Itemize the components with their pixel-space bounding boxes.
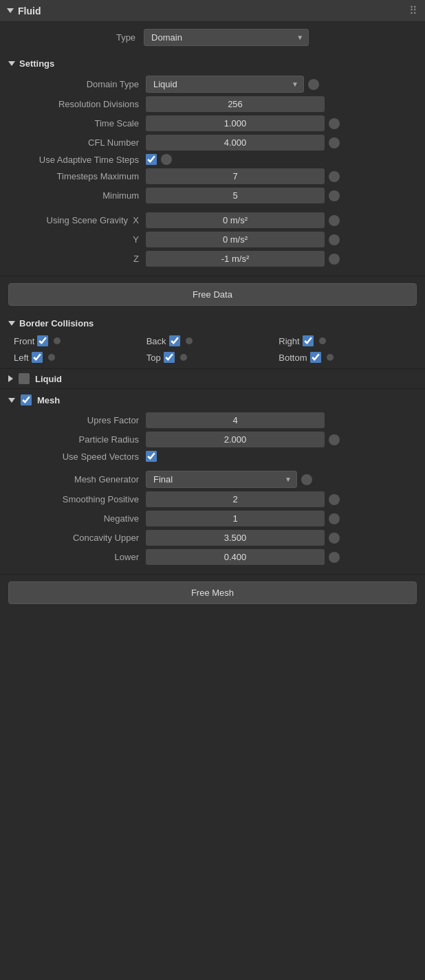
liquid-color-swatch [19, 373, 30, 384]
gravity-y-dot [329, 234, 340, 245]
bc-front-dot [54, 337, 61, 344]
fluid-panel: Fluid ⠿ Type Domain Effector Flow ▼ Sett… [0, 0, 425, 604]
resolution-divisions-label: Resolution Divisions [8, 99, 146, 109]
concavity-lower-row: Lower [8, 549, 417, 565]
type-select-wrapper: Domain Effector Flow ▼ [144, 29, 309, 46]
particle-radius-input[interactable] [146, 432, 325, 447]
gravity-y-label: Y [8, 234, 146, 245]
timesteps-min-input[interactable] [146, 188, 325, 203]
concavity-lower-input[interactable] [146, 549, 325, 565]
smoothing-negative-row: Negative [8, 511, 417, 526]
options-icon[interactable]: ⠿ [409, 4, 418, 17]
timesteps-min-label: Minimum [8, 190, 146, 201]
concavity-upper-dot [329, 533, 340, 544]
bc-back-dot [186, 337, 193, 344]
bc-top-item: Top [146, 352, 279, 363]
cfl-number-label: CFL Number [8, 137, 146, 148]
gravity-x-row: Using Scene Gravity X [8, 212, 417, 228]
settings-header: Settings [8, 58, 417, 69]
resolution-divisions-row: Resolution Divisions 256 [8, 96, 417, 112]
smoothing-positive-row: Smoothing Positive [8, 491, 417, 507]
border-collisions-section: Border Collisions Front Back Right [0, 313, 425, 369]
border-collisions-grid: Front Back Right Left [8, 335, 417, 363]
cfl-number-input[interactable] [146, 135, 325, 151]
free-data-button[interactable]: Free Data [8, 283, 417, 306]
bc-right-item: Right [279, 335, 411, 346]
free-mesh-button[interactable]: Free Mesh [8, 581, 417, 604]
bc-top-dot [180, 354, 187, 361]
bc-top-checkbox[interactable] [164, 352, 175, 363]
bc-right-checkbox[interactable] [303, 335, 314, 346]
gravity-x-axis: X [133, 215, 139, 225]
bc-bottom-checkbox[interactable] [310, 352, 321, 363]
concavity-lower-dot [329, 552, 340, 563]
gravity-y-row: Y [8, 232, 417, 247]
domain-type-dot [308, 79, 319, 90]
particle-radius-label: Particle Radius [8, 434, 146, 445]
type-select[interactable]: Domain Effector Flow [144, 29, 309, 46]
gravity-x-dot [329, 215, 340, 226]
mesh-collapse-icon[interactable] [8, 398, 15, 403]
speed-vectors-checkbox[interactable] [146, 451, 157, 462]
mesh-section: Mesh Upres Factor Particle Radius Use Sp… [0, 389, 425, 575]
bc-left-item: Left [14, 352, 146, 363]
bc-back-checkbox[interactable] [169, 335, 180, 346]
type-row: Type Domain Effector Flow ▼ [0, 22, 425, 53]
smoothing-negative-dot [329, 513, 340, 524]
time-scale-input[interactable] [146, 115, 325, 131]
liquid-expand-icon[interactable] [8, 375, 13, 382]
smoothing-positive-label: Smoothing Positive [8, 494, 146, 504]
mesh-generator-select-wrapper: Final Preview ▼ [146, 471, 297, 488]
panel-header-left: Fluid [7, 5, 41, 16]
adaptive-timesteps-checkbox[interactable] [146, 154, 157, 165]
gravity-x-input[interactable] [146, 212, 325, 228]
border-collisions-collapse-icon[interactable] [8, 321, 15, 326]
settings-collapse-icon[interactable] [8, 61, 15, 66]
gravity-z-input[interactable] [146, 251, 325, 267]
timesteps-max-label: Timesteps Maximum [8, 171, 146, 181]
liquid-header[interactable]: Liquid [8, 373, 417, 384]
mesh-generator-label: Mesh Generator [8, 474, 146, 485]
panel-header: Fluid ⠿ [0, 0, 425, 22]
mesh-generator-select[interactable]: Final Preview [146, 471, 297, 488]
gravity-z-dot [329, 254, 340, 265]
upres-factor-input[interactable] [146, 412, 325, 428]
settings-title: Settings [19, 58, 54, 69]
gravity-y-input[interactable] [146, 232, 325, 247]
bc-left-label: Left [14, 353, 29, 363]
bc-front-checkbox[interactable] [37, 335, 48, 346]
domain-type-select[interactable]: Liquid Gas [146, 76, 304, 93]
bc-bottom-label: Bottom [279, 353, 307, 363]
smoothing-negative-label: Negative [8, 513, 146, 524]
liquid-section: Liquid [0, 369, 425, 389]
time-scale-dot [329, 118, 340, 129]
type-label: Type [116, 32, 135, 43]
particle-radius-dot [329, 434, 340, 445]
bc-bottom-item: Bottom [279, 352, 411, 363]
concavity-upper-input[interactable] [146, 530, 325, 546]
adaptive-timesteps-row: Use Adaptive Time Steps [8, 154, 417, 165]
bc-bottom-dot [327, 354, 334, 361]
bc-top-label: Top [146, 353, 161, 363]
mesh-enabled-checkbox[interactable] [21, 394, 32, 405]
gravity-label: Using Scene Gravity X [8, 215, 146, 225]
timesteps-min-row: Minimum [8, 188, 417, 203]
collapse-icon[interactable] [7, 8, 14, 13]
domain-type-row: Domain Type Liquid Gas ▼ [8, 76, 417, 93]
concavity-lower-label: Lower [8, 552, 146, 562]
timesteps-min-dot [329, 190, 340, 201]
gravity-z-label: Z [8, 254, 146, 264]
adaptive-timesteps-dot [161, 154, 172, 165]
timesteps-max-input[interactable] [146, 168, 325, 184]
bc-left-dot [48, 354, 55, 361]
upres-factor-row: Upres Factor [8, 412, 417, 428]
speed-vectors-label: Use Speed Vectors [8, 452, 146, 462]
resolution-divisions-input[interactable]: 256 [146, 96, 325, 112]
mesh-title: Mesh [37, 395, 60, 405]
smoothing-positive-input[interactable] [146, 491, 325, 507]
bc-front-label: Front [14, 336, 34, 346]
bc-left-checkbox[interactable] [32, 352, 43, 363]
smoothing-negative-input[interactable] [146, 511, 325, 526]
concavity-upper-label: Concavity Upper [8, 533, 146, 543]
panel-title: Fluid [18, 5, 41, 16]
